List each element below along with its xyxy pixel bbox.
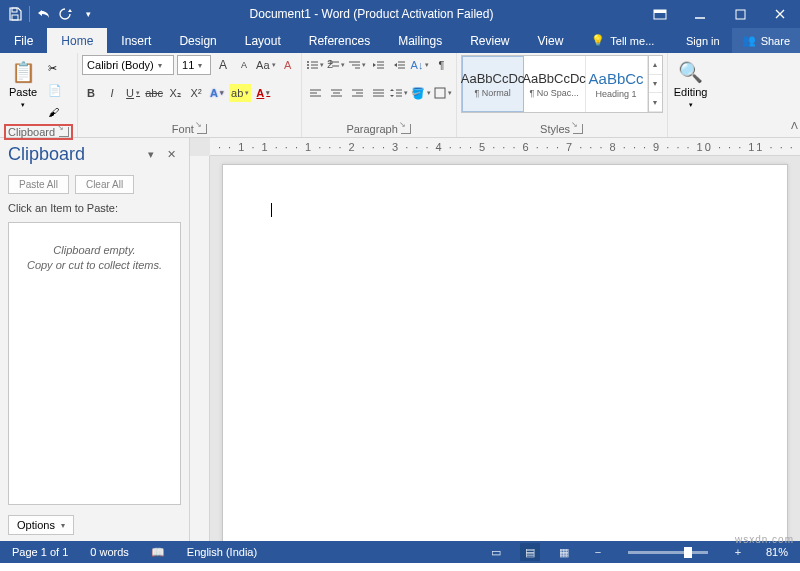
status-words[interactable]: 0 words bbox=[86, 541, 133, 563]
numbering-button[interactable]: 12 bbox=[327, 56, 345, 74]
clipboard-items: Clipboard empty. Copy or cut to collect … bbox=[8, 222, 181, 505]
ribbon-display-icon[interactable] bbox=[640, 0, 680, 28]
shrink-font-button[interactable]: A bbox=[235, 56, 253, 74]
tab-view[interactable]: View bbox=[524, 28, 578, 53]
style-no-spacing[interactable]: AaBbCcDc¶ No Spac... bbox=[524, 56, 586, 112]
share-icon: 👥 bbox=[742, 34, 756, 47]
ruler-vertical[interactable] bbox=[190, 156, 210, 541]
font-name-value: Calibri (Body) bbox=[87, 59, 154, 71]
superscript-button[interactable]: X² bbox=[187, 84, 205, 102]
tab-insert[interactable]: Insert bbox=[107, 28, 165, 53]
font-launcher[interactable] bbox=[197, 124, 207, 134]
zoom-level[interactable]: 81% bbox=[762, 541, 792, 563]
align-left-button[interactable] bbox=[306, 84, 324, 102]
copy-icon: 📄 bbox=[48, 84, 62, 97]
subscript-button[interactable]: X₂ bbox=[166, 84, 184, 102]
qat-customize-icon[interactable]: ▾ bbox=[77, 3, 99, 25]
svg-rect-3 bbox=[654, 10, 666, 13]
clipboard-options-button[interactable]: Options▾ bbox=[8, 515, 74, 535]
tell-me-search[interactable]: 💡Tell me... bbox=[581, 28, 664, 53]
tab-references[interactable]: References bbox=[295, 28, 384, 53]
gallery-up-icon[interactable]: ▴ bbox=[649, 56, 662, 75]
pane-menu-icon[interactable]: ▾ bbox=[141, 145, 161, 165]
editing-button[interactable]: 🔍 Editing▾ bbox=[672, 55, 710, 112]
minimize-icon[interactable] bbox=[680, 0, 720, 28]
close-icon[interactable] bbox=[760, 0, 800, 28]
italic-button[interactable]: I bbox=[103, 84, 121, 102]
clear-format-button[interactable]: A bbox=[279, 56, 297, 74]
highlight-color-button[interactable]: ab bbox=[229, 84, 251, 102]
format-painter-button[interactable]: 🖌 bbox=[45, 102, 65, 122]
multilevel-list-button[interactable] bbox=[348, 56, 366, 74]
ruler-horizontal[interactable]: · · 1 · 1 · · · 1 · · · 2 · · · 3 · · · … bbox=[210, 138, 800, 156]
strikethrough-button[interactable]: abc bbox=[145, 84, 163, 102]
status-proofing-icon[interactable]: 📖 bbox=[147, 541, 169, 563]
shading-button[interactable]: 🪣 bbox=[411, 84, 431, 102]
line-spacing-button[interactable] bbox=[390, 84, 408, 102]
editing-label: Editing bbox=[674, 86, 708, 98]
copy-button[interactable]: 📄 bbox=[45, 80, 65, 100]
bucket-icon: 🪣 bbox=[411, 87, 425, 100]
svg-text:2: 2 bbox=[327, 60, 333, 70]
font-name-combo[interactable]: Calibri (Body)▾ bbox=[82, 55, 174, 75]
tab-home[interactable]: Home bbox=[47, 28, 107, 53]
web-layout-icon[interactable]: ▦ bbox=[554, 543, 574, 561]
cut-button[interactable]: ✂ bbox=[45, 58, 65, 78]
increase-indent-button[interactable] bbox=[390, 56, 408, 74]
sign-in-link[interactable]: Sign in bbox=[674, 28, 732, 53]
paragraph-launcher[interactable] bbox=[401, 124, 411, 134]
paste-all-button[interactable]: Paste All bbox=[8, 175, 69, 194]
font-size-combo[interactable]: 11▾ bbox=[177, 55, 211, 75]
svg-point-6 bbox=[307, 61, 309, 63]
share-button[interactable]: 👥Share bbox=[732, 28, 800, 53]
align-right-button[interactable] bbox=[348, 84, 366, 102]
status-page[interactable]: Page 1 of 1 bbox=[8, 541, 72, 563]
align-center-button[interactable] bbox=[327, 84, 345, 102]
svg-rect-1 bbox=[12, 15, 18, 20]
borders-button[interactable] bbox=[434, 84, 452, 102]
collapse-ribbon-icon[interactable]: ᐱ bbox=[791, 120, 798, 131]
change-case-button[interactable]: Aa bbox=[256, 56, 275, 74]
redo-icon[interactable] bbox=[55, 3, 77, 25]
clipboard-launcher[interactable] bbox=[59, 127, 69, 137]
paragraph-group-label: Paragraph bbox=[346, 123, 397, 135]
underline-button[interactable]: U bbox=[124, 84, 142, 102]
show-marks-button[interactable]: ¶ bbox=[432, 56, 450, 74]
tab-file[interactable]: File bbox=[0, 28, 47, 53]
gallery-more-icon[interactable]: ▾ bbox=[649, 93, 662, 112]
pane-close-icon[interactable]: ✕ bbox=[161, 145, 181, 165]
style-heading-1[interactable]: AaBbCcHeading 1 bbox=[586, 56, 648, 112]
paste-button[interactable]: 📋 Paste ▾ bbox=[4, 55, 42, 112]
clear-all-button[interactable]: Clear All bbox=[75, 175, 134, 194]
font-color-button[interactable]: A bbox=[254, 84, 272, 102]
undo-icon[interactable] bbox=[33, 3, 55, 25]
tab-review[interactable]: Review bbox=[456, 28, 523, 53]
tab-mailings[interactable]: Mailings bbox=[384, 28, 456, 53]
status-language[interactable]: English (India) bbox=[183, 541, 261, 563]
styles-launcher[interactable] bbox=[573, 124, 583, 134]
find-icon: 🔍 bbox=[677, 58, 705, 86]
clipboard-hint: Click an Item to Paste: bbox=[0, 198, 189, 218]
decrease-indent-button[interactable] bbox=[369, 56, 387, 74]
grow-font-button[interactable]: A bbox=[214, 56, 232, 74]
print-layout-icon[interactable]: ▤ bbox=[520, 543, 540, 561]
read-mode-icon[interactable]: ▭ bbox=[486, 543, 506, 561]
document-page[interactable] bbox=[222, 164, 788, 541]
zoom-in-icon[interactable]: + bbox=[728, 543, 748, 561]
text-effects-button[interactable]: A bbox=[208, 84, 226, 102]
maximize-icon[interactable] bbox=[720, 0, 760, 28]
tab-layout[interactable]: Layout bbox=[231, 28, 295, 53]
styles-gallery[interactable]: AaBbCcDc¶ Normal AaBbCcDc¶ No Spac... Aa… bbox=[461, 55, 663, 113]
save-icon[interactable] bbox=[4, 3, 26, 25]
justify-button[interactable] bbox=[369, 84, 387, 102]
style-preview: AaBbCcDc bbox=[461, 71, 525, 86]
gallery-down-icon[interactable]: ▾ bbox=[649, 75, 662, 94]
sort-button[interactable]: A↓ bbox=[411, 56, 430, 74]
options-label: Options bbox=[17, 519, 55, 531]
bold-button[interactable]: B bbox=[82, 84, 100, 102]
zoom-slider[interactable] bbox=[628, 551, 708, 554]
bullets-button[interactable] bbox=[306, 56, 324, 74]
style-normal[interactable]: AaBbCcDc¶ Normal bbox=[462, 56, 524, 112]
tab-design[interactable]: Design bbox=[165, 28, 230, 53]
zoom-out-icon[interactable]: − bbox=[588, 543, 608, 561]
